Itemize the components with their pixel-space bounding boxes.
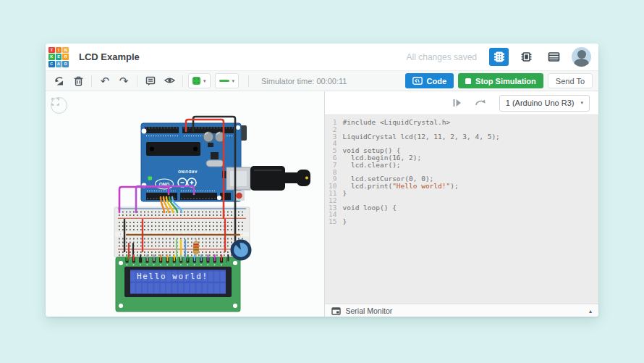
logo-tile: R bbox=[62, 54, 69, 60]
rotate-button[interactable] bbox=[51, 73, 67, 89]
flip-icon bbox=[475, 99, 486, 107]
logo-tile: E bbox=[56, 54, 62, 60]
zoom-to-fit-icon bbox=[51, 98, 59, 106]
code-button-label: Code bbox=[427, 77, 447, 85]
toolbar-right: Code Stop Simulation Send To bbox=[405, 73, 593, 88]
circuit-canvas[interactable]: ARDUINO UNO bbox=[46, 91, 324, 317]
chevron-down-icon: ▾ bbox=[203, 78, 206, 84]
chevron-down-icon: ▾ bbox=[580, 100, 583, 106]
code-line[interactable]: 13void loop() { bbox=[325, 204, 599, 212]
simulator-time: Simulator time: 00:00:11 bbox=[261, 77, 347, 85]
logo-tile: C bbox=[48, 61, 55, 67]
stop-button-label: Stop Simulation bbox=[475, 77, 536, 85]
code-line[interactable]: 14 bbox=[325, 211, 599, 218]
code-panel: 1 (Arduino Uno R3) ▾ 1#include <LiquidCr… bbox=[324, 91, 599, 317]
component-list-icon bbox=[548, 51, 560, 62]
design-title[interactable]: LCD Example bbox=[79, 51, 140, 62]
code-line[interactable]: 11} bbox=[325, 190, 599, 197]
circuit-drawing: ARDUINO UNO bbox=[46, 91, 324, 317]
usb-cable[interactable] bbox=[226, 166, 310, 191]
code-button[interactable]: Code bbox=[405, 73, 454, 88]
component-color-swatch bbox=[192, 77, 200, 85]
toolbar-separator bbox=[182, 75, 183, 87]
main-area: ARDUINO UNO bbox=[46, 91, 598, 317]
wire-color-dropdown[interactable]: ▾ bbox=[215, 73, 240, 88]
debug-step-button[interactable] bbox=[452, 99, 462, 107]
serial-monitor-icon bbox=[331, 307, 341, 315]
potentiometer[interactable] bbox=[231, 240, 252, 261]
zoom-to-fit-button[interactable] bbox=[51, 97, 67, 114]
avatar-head bbox=[577, 50, 586, 59]
logo-tile: D bbox=[62, 61, 69, 67]
code-icon bbox=[412, 77, 423, 85]
board-selector-dropdown[interactable]: 1 (Arduino Uno R3) ▾ bbox=[499, 95, 590, 112]
logo-tile: K bbox=[48, 54, 55, 60]
rotate-icon bbox=[54, 75, 66, 87]
user-avatar[interactable] bbox=[572, 47, 591, 67]
schematic-view-button[interactable] bbox=[517, 48, 536, 66]
code-toolbar: 1 (Arduino Uno R3) ▾ bbox=[325, 91, 599, 115]
serial-monitor-label: Serial Monitor bbox=[346, 306, 393, 315]
stop-simulation-button[interactable]: Stop Simulation bbox=[458, 73, 543, 88]
component-color-dropdown[interactable]: ▾ bbox=[188, 73, 211, 88]
serial-monitor-bar[interactable]: Serial Monitor ▴ bbox=[325, 304, 599, 317]
avatar-shoulders bbox=[574, 59, 589, 67]
tinkercad-logo[interactable]: TINKERCAD bbox=[48, 47, 69, 67]
undo-button[interactable]: ↶ bbox=[97, 73, 113, 89]
schematic-view-icon bbox=[520, 51, 533, 63]
header-right: All changes saved bbox=[407, 47, 591, 67]
edit-toolbar: ↶ ↷ ▾ ▾ Simul bbox=[46, 71, 598, 91]
logo-tile: T bbox=[48, 47, 55, 54]
eye-icon bbox=[164, 75, 176, 86]
arduino-silkscreen-text: ARDUINO bbox=[178, 170, 198, 174]
redo-button[interactable]: ↷ bbox=[116, 73, 132, 89]
debug-step-icon bbox=[452, 99, 462, 107]
stop-icon bbox=[465, 78, 471, 84]
chevron-down-icon: ▾ bbox=[232, 78, 235, 84]
notes-icon bbox=[145, 75, 156, 86]
breadboard-view-icon bbox=[493, 51, 505, 63]
toolbar-separator bbox=[248, 75, 249, 87]
wire-color-swatch bbox=[219, 80, 229, 82]
undo-icon: ↶ bbox=[101, 75, 110, 86]
component-list-view-button[interactable] bbox=[544, 48, 564, 66]
trash-icon bbox=[73, 75, 84, 87]
code-editor[interactable]: 1#include <LiquidCrystal.h>2 3LiquidCrys… bbox=[325, 115, 599, 304]
code-line[interactable]: 10 lcd.print("Hello world!"); bbox=[325, 183, 599, 190]
toggle-visibility-button[interactable] bbox=[161, 73, 177, 89]
flip-board-button[interactable] bbox=[475, 99, 486, 107]
breadboard-view-button[interactable] bbox=[489, 48, 509, 66]
lcd-display-module[interactable]: Hello world! bbox=[116, 257, 240, 312]
logo-tile: A bbox=[56, 61, 62, 67]
redo-icon: ↷ bbox=[119, 75, 129, 86]
breadboard[interactable] bbox=[114, 207, 250, 257]
notes-button[interactable] bbox=[143, 73, 158, 89]
code-line[interactable]: 1#include <LiquidCrystal.h> bbox=[325, 119, 599, 126]
board-selector-value: 1 (Arduino Uno R3) bbox=[506, 99, 575, 107]
delete-button[interactable] bbox=[70, 73, 86, 89]
save-status: All changes saved bbox=[407, 52, 477, 62]
app-header: TINKERCAD LCD Example All changes saved bbox=[46, 43, 598, 71]
tinkercad-page: { "window": { "title": "LCD Example", "s… bbox=[0, 0, 644, 363]
send-to-label: Send To bbox=[556, 77, 585, 85]
toolbar-separator bbox=[91, 75, 92, 87]
logo-tile: I bbox=[56, 47, 62, 54]
code-line[interactable]: 7 lcd.clear(); bbox=[325, 162, 599, 169]
expand-serial-monitor-icon[interactable]: ▴ bbox=[589, 308, 592, 314]
app-window: TINKERCAD LCD Example All changes saved bbox=[46, 43, 598, 317]
send-to-button[interactable]: Send To bbox=[548, 73, 593, 88]
lcd-screen-text: Hello world! bbox=[137, 272, 208, 281]
logo-tile: N bbox=[62, 47, 69, 54]
code-line[interactable]: 3LiquidCrystal lcd(12, 11, 2, 3, 4, 5); bbox=[325, 133, 599, 141]
code-line[interactable]: 15} bbox=[325, 218, 599, 225]
toolbar-separator bbox=[137, 75, 137, 87]
